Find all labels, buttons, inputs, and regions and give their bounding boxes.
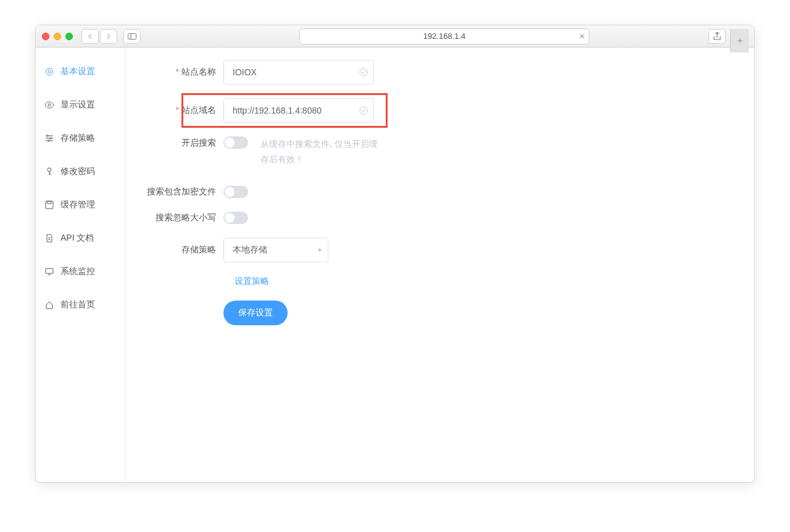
svg-point-13 — [48, 168, 51, 172]
enable-search-hint: 从缓存中搜索文件, 仅当开启缓存后有效！ — [260, 136, 384, 167]
sidebar-item-label: 系统监控 — [60, 266, 95, 277]
url-bar[interactable]: 192.168.1.4 ✕ — [299, 28, 589, 44]
svg-point-6 — [48, 104, 51, 106]
toolbar-right: ＋ — [709, 29, 748, 44]
sidebar: 基本设置 显示设置 存储策略 修改密码 缓存管理 API 文档 — [36, 48, 125, 482]
traffic-lights — [42, 33, 73, 40]
sidebar-item-api-docs[interactable]: API 文档 — [36, 222, 124, 255]
svg-rect-17 — [48, 201, 51, 204]
chevron-down-icon: ▾ — [318, 246, 322, 254]
site-domain-label: 站点域名 — [143, 105, 223, 116]
site-domain-input[interactable] — [223, 98, 374, 123]
document-icon — [44, 233, 54, 243]
close-window-button[interactable] — [42, 33, 49, 40]
svg-point-22 — [360, 69, 367, 76]
sidebar-item-label: 前往首页 — [60, 299, 95, 310]
svg-point-23 — [360, 107, 367, 114]
nav-buttons — [81, 29, 117, 44]
share-button[interactable] — [709, 29, 726, 44]
eye-icon — [44, 100, 54, 110]
row-search-encrypted: 搜索包含加密文件 — [143, 186, 736, 198]
url-text: 192.168.1.4 — [423, 31, 466, 41]
row-enable-search: 开启搜索 从缓存中搜索文件, 仅当开启缓存后有效！ — [143, 136, 736, 167]
search-ignorecase-toggle[interactable] — [223, 212, 248, 224]
sidebar-item-storage-strategy[interactable]: 存储策略 — [36, 122, 124, 155]
sidebar-item-display-settings[interactable]: 显示设置 — [36, 88, 124, 122]
site-name-input[interactable] — [223, 60, 374, 85]
titlebar: 192.168.1.4 ✕ ＋ — [36, 25, 754, 48]
search-encrypted-toggle[interactable] — [223, 186, 248, 198]
sliders-icon — [44, 133, 54, 143]
strategy-settings-link[interactable]: 设置策略 — [235, 276, 269, 287]
svg-point-10 — [47, 135, 49, 137]
browser-window: 192.168.1.4 ✕ ＋ 基本设置 显示设置 存储策 — [35, 25, 755, 483]
svg-rect-0 — [128, 33, 136, 39]
sidebar-item-label: 缓存管理 — [60, 199, 95, 210]
validated-icon — [359, 68, 368, 77]
sidebar-item-home[interactable]: 前往首页 — [36, 288, 124, 322]
monitor-icon — [44, 267, 54, 276]
forward-button[interactable] — [100, 29, 117, 44]
row-search-ignorecase: 搜索忽略大小写 — [143, 212, 736, 224]
sidebar-item-label: 基本设置 — [60, 66, 95, 77]
svg-rect-16 — [46, 201, 53, 209]
row-storage-strategy: 存储策略 本地存储 ▾ — [143, 238, 736, 262]
svg-rect-20 — [46, 268, 53, 273]
storage-strategy-value: 本地存储 — [233, 244, 267, 256]
site-name-label: 站点名称 — [143, 67, 223, 78]
sidebar-toggle-button[interactable] — [123, 29, 141, 44]
back-button[interactable] — [81, 29, 99, 44]
sidebar-item-system-monitor[interactable]: 系统监控 — [36, 255, 124, 288]
enable-search-label: 开启搜索 — [143, 136, 223, 149]
validated-icon — [359, 106, 368, 115]
home-icon — [44, 300, 54, 310]
enable-search-toggle[interactable] — [223, 136, 248, 149]
row-save: 保存设置 — [143, 301, 736, 325]
svg-point-12 — [48, 140, 50, 142]
main-content: 站点名称 站点域名 开启搜索 — [125, 48, 754, 482]
sidebar-item-label: 存储策略 — [60, 133, 95, 144]
row-site-name: 站点名称 — [143, 60, 736, 85]
svg-point-11 — [50, 138, 52, 139]
sidebar-item-cache-management[interactable]: 缓存管理 — [36, 188, 124, 222]
svg-point-4 — [46, 69, 53, 75]
search-ignorecase-label: 搜索忽略大小写 — [143, 212, 223, 223]
storage-strategy-label: 存储策略 — [143, 244, 223, 256]
storage-strategy-select[interactable]: 本地存储 ▾ — [223, 238, 328, 262]
sidebar-item-label: API 文档 — [60, 233, 94, 244]
key-icon — [44, 167, 54, 177]
search-encrypted-label: 搜索包含加密文件 — [143, 186, 223, 197]
new-tab-button[interactable]: ＋ — [730, 29, 749, 52]
sidebar-item-label: 显示设置 — [60, 99, 95, 110]
row-storage-link: 设置策略 — [143, 276, 736, 287]
sidebar-item-change-password[interactable]: 修改密码 — [36, 155, 124, 188]
row-site-domain: 站点域名 — [143, 98, 736, 123]
gear-icon — [44, 67, 54, 77]
clear-url-icon[interactable]: ✕ — [579, 32, 585, 41]
zoom-window-button[interactable] — [65, 33, 73, 40]
save-button[interactable]: 保存设置 — [223, 301, 288, 325]
app-body: 基本设置 显示设置 存储策略 修改密码 缓存管理 API 文档 — [36, 48, 754, 482]
sidebar-item-basic-settings[interactable]: 基本设置 — [36, 55, 124, 88]
svg-point-5 — [48, 70, 51, 73]
save-icon — [44, 200, 54, 210]
minimize-window-button[interactable] — [54, 33, 61, 40]
sidebar-item-label: 修改密码 — [60, 166, 95, 177]
